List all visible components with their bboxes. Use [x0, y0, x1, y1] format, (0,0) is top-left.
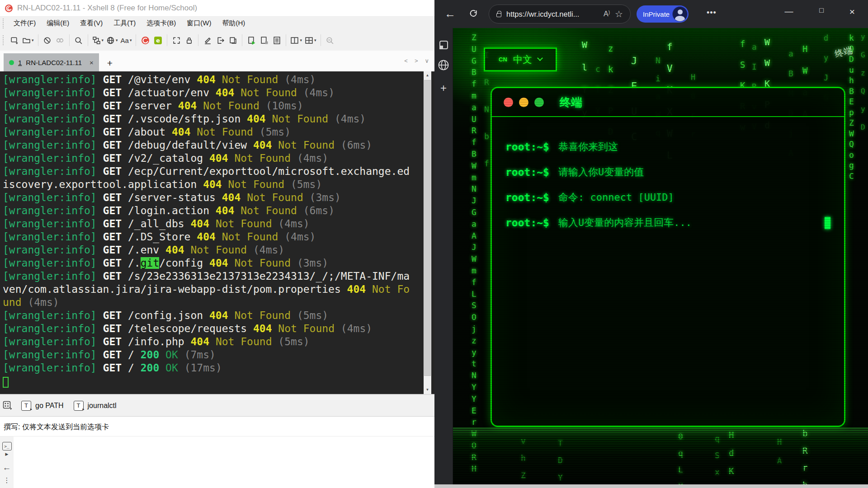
menu-item-e[interactable]: 编辑(E) — [41, 19, 75, 28]
log-status-text: Not Found — [222, 74, 278, 85]
disconnect-icon[interactable] — [41, 33, 54, 48]
menu-item-w[interactable]: 窗口(W) — [181, 19, 217, 28]
encoding-globe-icon[interactable]: ▾ — [105, 33, 119, 48]
dropdown-caret-icon[interactable]: ▾ — [314, 38, 316, 42]
menu-item-v[interactable]: 查看(V) — [75, 19, 108, 28]
quick-command-button[interactable]: T▸journalctl — [74, 401, 117, 411]
matrix-glyph: H — [691, 68, 695, 87]
terminal-area[interactable]: [wrangler:info] GET /@vite/env 404 Not F… — [0, 71, 434, 394]
new-transfer-icon[interactable]: ▾ — [91, 33, 105, 48]
terminal-prompt-icon[interactable]: >_ — [2, 442, 12, 450]
log-entry: [wrangler:info] GET /telescope/requests … — [3, 322, 413, 335]
split-vertical-icon[interactable]: ▾ — [289, 33, 303, 48]
open-session-icon[interactable]: ▾ — [21, 33, 35, 48]
dropdown-caret-icon[interactable]: ▾ — [300, 38, 302, 42]
dropdown-caret-icon[interactable]: ▾ — [102, 38, 104, 42]
notes-icon[interactable] — [270, 33, 283, 48]
dropdown-caret-icon[interactable]: ▾ — [130, 38, 132, 42]
log-status-code: 404 — [216, 87, 235, 99]
exit-session-icon[interactable] — [214, 33, 226, 48]
xshell-app-icon[interactable] — [139, 33, 151, 48]
xftp-app-icon[interactable]: e — [151, 33, 164, 48]
profile-avatar[interactable] — [672, 6, 688, 22]
fullscreen-icon[interactable] — [170, 33, 183, 48]
session-tab[interactable]: 1 RN-LADC02-11.11 × — [4, 53, 99, 71]
log-prefix: [wrangler:info] — [3, 126, 97, 138]
log-status-text: Not Found — [216, 336, 272, 347]
log-method: GET — [103, 126, 122, 138]
read-aloud-icon[interactable]: A) — [604, 10, 610, 18]
scrollbar-thumb[interactable] — [424, 80, 431, 376]
terminal-message: 输入U变量的内容并且回车... — [558, 216, 692, 230]
log-path: /server — [128, 100, 172, 112]
log-path: / — [128, 349, 134, 361]
matrix-glyph: Z — [472, 32, 476, 43]
log-path: /.vscode/sftp.json — [128, 113, 241, 125]
quick-commands-icon[interactable] — [3, 401, 12, 410]
dropdown-caret-icon[interactable]: ▾ — [116, 38, 118, 42]
quick-command-button[interactable]: T▸go PATH — [21, 401, 64, 411]
menu-item-h[interactable]: 帮助(H) — [217, 19, 250, 28]
back-arrow-icon[interactable]: ← — [444, 7, 456, 20]
highlight-pen-icon[interactable] — [201, 33, 214, 48]
xshell-logo-icon — [5, 4, 13, 13]
edge-tab-strip: + — [434, 28, 453, 484]
split-grid-icon[interactable]: ▾ — [303, 33, 318, 48]
tab-scroll-left-icon[interactable]: < — [404, 57, 408, 64]
matrix-glyph: J — [824, 68, 828, 88]
inprivate-badge[interactable]: InPrivate — [637, 5, 689, 23]
close-button[interactable]: × — [842, 6, 862, 17]
dropdown-caret-icon[interactable]: ▾ — [32, 38, 34, 42]
matrix-glyph: B — [849, 86, 854, 97]
log-path: /@vite/env — [128, 74, 190, 85]
matrix-glyph: A — [472, 230, 476, 242]
back-arrow-icon[interactable]: ← — [3, 463, 11, 473]
refresh-icon[interactable] — [469, 9, 478, 20]
find-icon[interactable] — [72, 33, 85, 48]
maximize-button[interactable]: □ — [811, 6, 831, 14]
lock-screen-icon[interactable] — [183, 33, 195, 48]
more-dots-icon[interactable]: ⋮ — [4, 476, 10, 484]
chevron-down-icon — [537, 55, 543, 61]
font-size-icon[interactable]: Aa▾ — [119, 33, 133, 48]
tab-panel-icon[interactable] — [439, 41, 448, 49]
terminal-scrollbar[interactable]: ▲ ▼ — [424, 71, 431, 394]
language-selector[interactable]: CN 中文 — [484, 47, 557, 71]
log-duration: (4ms) — [284, 74, 316, 85]
run-compose-icon[interactable] — [245, 33, 258, 48]
log-entry: [wrangler:info] GET /server-status 404 N… — [3, 191, 413, 204]
minimize-button[interactable]: — — [779, 6, 799, 16]
tab-list-icon[interactable]: ∨ — [425, 57, 429, 64]
log-status-code: 404 — [222, 192, 241, 203]
duplicate-tab-icon[interactable] — [226, 33, 239, 48]
scroll-down-arrow-icon[interactable]: ▼ — [424, 386, 431, 394]
scroll-up-arrow-icon[interactable]: ▲ — [424, 72, 431, 79]
menu-item-t[interactable]: 工具(T) — [108, 19, 141, 28]
log-duration: (4ms) — [335, 113, 366, 125]
favorites-star-icon[interactable]: ☆ — [615, 9, 623, 19]
tab-scroll-right-icon[interactable]: > — [415, 57, 418, 64]
new-tab-icon[interactable]: + — [439, 82, 448, 94]
compose-input-area[interactable]: >_▶←⋮ — [0, 436, 434, 488]
globe-tab-icon[interactable] — [437, 58, 450, 72]
expand-arrow-icon[interactable]: ▶ — [5, 452, 9, 456]
send-compose-icon[interactable] — [258, 33, 270, 48]
url-text[interactable]: https://wr.icdyct.netli... — [506, 10, 599, 19]
matrix-glyph: S — [740, 54, 745, 75]
tab-close-button[interactable]: × — [90, 59, 94, 66]
log-method: GET — [103, 218, 122, 230]
matrix-glyph: W — [472, 160, 476, 172]
menu-item-b[interactable]: 选项卡(B) — [141, 19, 181, 28]
log-method: GET — [103, 165, 122, 177]
log-status-code: 200 — [141, 349, 160, 361]
log-status-code: 200 — [141, 362, 160, 374]
address-bar[interactable]: https://wr.icdyct.netli... A) ☆ — [489, 5, 631, 23]
new-session-icon[interactable] — [8, 33, 21, 48]
compose-gutter: >_▶←⋮ — [0, 436, 14, 488]
menu-item-f[interactable]: 文件(F) — [8, 19, 41, 28]
matrix-glyph: B — [788, 64, 793, 84]
settings-menu-icon[interactable]: ••• — [707, 8, 717, 18]
new-tab-button[interactable]: + — [107, 58, 113, 69]
matrix-terminal-body[interactable]: root:~$恭喜你来到这root:~$请输入你U变量的值root:~$命令: … — [492, 117, 844, 235]
log-prefix: [wrangler:info] — [3, 74, 97, 85]
